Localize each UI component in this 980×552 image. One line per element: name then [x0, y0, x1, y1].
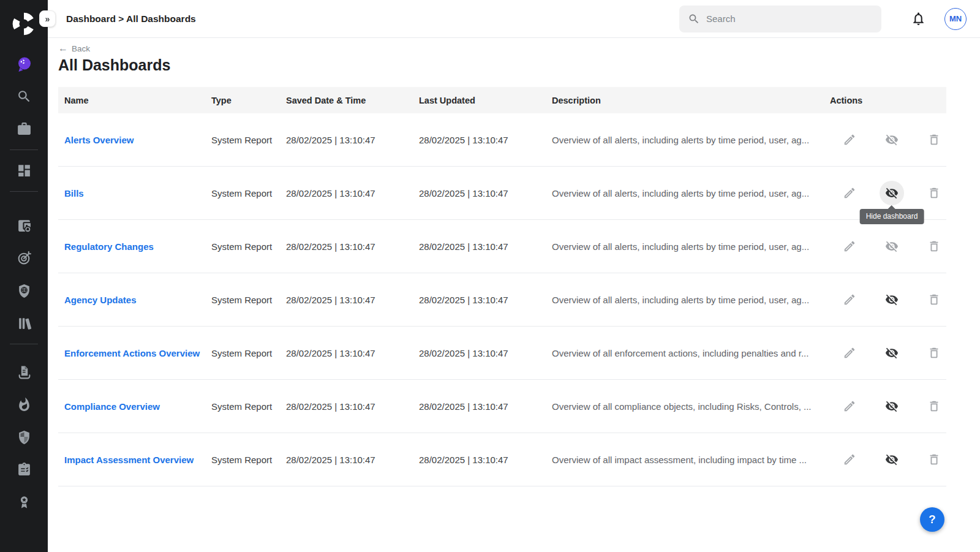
- delete-trash-icon: [927, 399, 941, 413]
- cell-actions: [830, 113, 946, 166]
- cell-updated: 28/02/2025 | 13:10:47: [419, 295, 552, 305]
- hide-dashboard-button[interactable]: [880, 394, 904, 418]
- delete-trash-icon: [927, 240, 941, 253]
- cell-type: System Report: [211, 401, 286, 412]
- hide-eye-off-icon: [885, 453, 899, 466]
- document-tray-icon: [17, 365, 32, 380]
- sidebar-item-certifications[interactable]: [0, 486, 48, 518]
- edit-button[interactable]: [837, 394, 862, 418]
- edit-pencil-icon: [843, 240, 856, 253]
- cell-description: Overview of all compliance objects, incl…: [552, 401, 830, 412]
- sidebar-item-search[interactable]: [0, 80, 48, 113]
- cell-description: Overview of all impact assessment, inclu…: [552, 455, 830, 465]
- dashboard-link[interactable]: Agency Updates: [64, 295, 211, 305]
- avatar[interactable]: MN: [944, 8, 967, 30]
- sidebar-item-workspace[interactable]: [0, 113, 48, 145]
- cell-actions: [830, 327, 946, 379]
- cell-description: Overview of all enforcement actions, inc…: [552, 348, 830, 358]
- cell-actions: [830, 433, 946, 486]
- shield-globe-icon: [17, 283, 32, 298]
- top-header: Dashboard > All Dashboards MN: [48, 0, 980, 38]
- library-icon: [17, 316, 32, 331]
- back-link[interactable]: ← Back: [58, 43, 90, 53]
- hide-eye-off-icon: [885, 240, 899, 253]
- cell-updated: 28/02/2025 | 13:10:47: [419, 241, 552, 252]
- main-content: ← Back All Dashboards Name Type Saved Da…: [48, 38, 980, 486]
- sidebar-item-alerts[interactable]: [0, 210, 48, 242]
- sidebar-item-compliance[interactable]: [0, 421, 48, 453]
- table-row: Alerts Overview System Report 28/02/2025…: [58, 113, 946, 167]
- delete-button[interactable]: [922, 394, 946, 418]
- dashboard-link[interactable]: Compliance Overview: [64, 401, 211, 412]
- cell-saved: 28/02/2025 | 13:10:47: [286, 241, 419, 252]
- sidebar-item-assessments[interactable]: [0, 453, 48, 486]
- target-icon: [17, 251, 32, 266]
- sidebar-item-library[interactable]: [0, 307, 48, 339]
- hide-dashboard-button[interactable]: Hide dashboard: [880, 181, 904, 205]
- delete-trash-icon: [927, 186, 941, 200]
- sidebar-item-goals[interactable]: [0, 242, 48, 274]
- notification-bell-icon: [911, 11, 926, 26]
- column-header-actions: Actions: [830, 96, 946, 105]
- cell-actions: [830, 220, 946, 273]
- edit-button[interactable]: [837, 127, 862, 152]
- cell-description: Overview of all alerts, including alerts…: [552, 188, 830, 198]
- edit-button[interactable]: [837, 234, 862, 259]
- hide-dashboard-button[interactable]: [880, 234, 904, 259]
- delete-button[interactable]: [922, 181, 946, 205]
- hide-dashboard-tooltip: Hide dashboard: [860, 209, 924, 224]
- hide-dashboard-button[interactable]: [880, 341, 904, 365]
- page-title: All Dashboards: [58, 56, 980, 74]
- edit-pencil-icon: [843, 293, 856, 306]
- dashboard-link[interactable]: Alerts Overview: [64, 135, 211, 145]
- hide-eye-off-icon: [885, 186, 899, 200]
- edit-button[interactable]: [837, 287, 862, 312]
- sidebar-item-enforcement[interactable]: [0, 388, 48, 421]
- cell-type: System Report: [211, 135, 286, 145]
- dashboard-link[interactable]: Enforcement Actions Overview: [64, 348, 211, 358]
- search-icon: [688, 13, 700, 25]
- dashboard-link[interactable]: Regulatory Changes: [64, 241, 211, 252]
- delete-trash-icon: [927, 133, 941, 146]
- wallet-alerts-icon: [17, 218, 32, 233]
- cell-actions: [830, 380, 946, 433]
- sidebar-item-dashboards[interactable]: [0, 154, 48, 187]
- sidebar-item-bills[interactable]: [0, 356, 48, 388]
- sidebar-expand-button[interactable]: »: [39, 10, 56, 27]
- sidebar-item-regulations[interactable]: [0, 274, 48, 307]
- table-row: Compliance Overview System Report 28/02/…: [58, 380, 946, 433]
- cell-updated: 28/02/2025 | 13:10:47: [419, 401, 552, 412]
- hide-dashboard-button[interactable]: [880, 447, 904, 472]
- global-search[interactable]: [679, 6, 881, 32]
- cell-type: System Report: [211, 188, 286, 198]
- delete-button[interactable]: [922, 127, 946, 152]
- help-button[interactable]: ?: [920, 507, 944, 532]
- delete-button[interactable]: [922, 341, 946, 365]
- delete-button[interactable]: [922, 447, 946, 472]
- cell-updated: 28/02/2025 | 13:10:47: [419, 135, 552, 145]
- cell-saved: 28/02/2025 | 13:10:47: [286, 295, 419, 305]
- notifications-button[interactable]: [909, 10, 927, 28]
- sidebar-divider: [10, 344, 38, 344]
- sidebar-divider: [10, 191, 38, 192]
- breadcrumb[interactable]: Dashboard > All Dashboards: [66, 13, 196, 25]
- edit-button[interactable]: [837, 181, 862, 205]
- cell-saved: 28/02/2025 | 13:10:47: [286, 455, 419, 465]
- hide-dashboard-button[interactable]: [880, 287, 904, 312]
- delete-button[interactable]: [922, 287, 946, 312]
- edit-button[interactable]: [837, 341, 862, 365]
- pinwheel-logo-icon: [10, 10, 38, 38]
- dashboard-link[interactable]: Impact Assessment Overview: [64, 455, 211, 465]
- hide-dashboard-button[interactable]: [880, 127, 904, 152]
- delete-button[interactable]: [922, 234, 946, 259]
- search-input[interactable]: [706, 13, 873, 24]
- flame-icon: [17, 397, 32, 412]
- column-header-type: Type: [211, 96, 286, 105]
- sidebar-item-assistant[interactable]: [0, 48, 48, 80]
- edit-button[interactable]: [837, 447, 862, 472]
- cell-updated: 28/02/2025 | 13:10:47: [419, 348, 552, 358]
- column-header-updated: Last Updated: [419, 96, 552, 105]
- cell-type: System Report: [211, 295, 286, 305]
- dashboard-link[interactable]: Bills: [64, 188, 211, 198]
- hide-eye-off-icon: [885, 133, 899, 146]
